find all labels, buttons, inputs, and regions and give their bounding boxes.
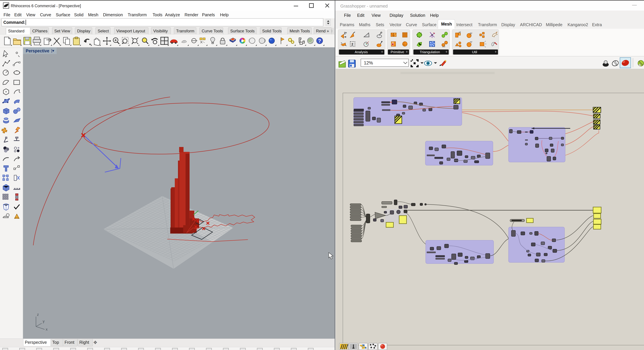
svg-text:y: y [43,319,44,323]
svg-text:?: ? [318,38,321,43]
svg-text:z: z [37,312,39,317]
svg-text:12%: 12% [364,60,373,65]
svg-text:x: x [46,327,48,331]
